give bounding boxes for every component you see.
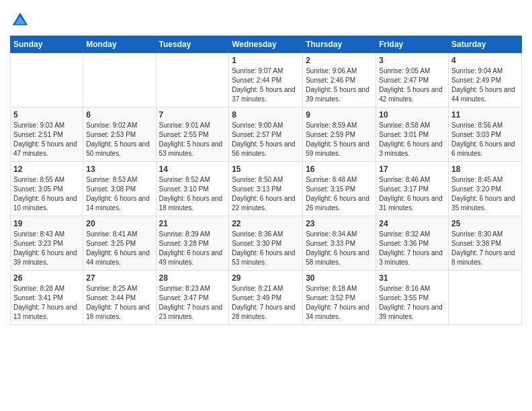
logo [10,10,33,30]
calendar-cell [449,271,522,325]
day-info: Sunrise: 9:00 AM Sunset: 2:57 PM Dayligh… [232,121,300,158]
day-info: Sunrise: 8:45 AM Sunset: 3:20 PM Dayligh… [451,175,519,213]
calendar-week-3: 12Sunrise: 8:55 AM Sunset: 3:05 PM Dayli… [11,162,522,216]
calendar-header-thursday: Thursday [303,36,376,53]
day-info: Sunrise: 8:28 AM Sunset: 3:41 PM Dayligh… [13,284,80,322]
day-number: 13 [86,165,152,174]
calendar-week-5: 26Sunrise: 8:28 AM Sunset: 3:41 PM Dayli… [11,271,522,325]
day-number: 1 [232,56,300,65]
day-number: 11 [451,110,519,120]
calendar-week-1: 1Sunrise: 9:07 AM Sunset: 2:44 PM Daylig… [11,53,522,107]
day-number: 14 [159,165,226,174]
calendar-cell: 18Sunrise: 8:45 AM Sunset: 3:20 PM Dayli… [449,162,522,216]
day-info: Sunrise: 8:43 AM Sunset: 3:23 PM Dayligh… [13,230,80,267]
day-number: 24 [379,219,445,228]
day-info: Sunrise: 8:59 AM Sunset: 2:59 PM Dayligh… [306,121,373,158]
calendar-cell: 19Sunrise: 8:43 AM Sunset: 3:23 PM Dayli… [11,216,83,271]
calendar-cell: 6Sunrise: 9:02 AM Sunset: 2:53 PM Daylig… [83,107,156,162]
day-info: Sunrise: 8:25 AM Sunset: 3:44 PM Dayligh… [86,284,152,322]
day-info: Sunrise: 9:07 AM Sunset: 2:44 PM Dayligh… [232,66,300,104]
calendar-header-saturday: Saturday [449,36,522,53]
day-number: 27 [86,273,152,283]
logo-icon [10,10,30,30]
calendar-header-friday: Friday [376,36,449,53]
calendar-cell: 3Sunrise: 9:05 AM Sunset: 2:47 PM Daylig… [376,53,449,107]
day-number: 4 [451,56,519,65]
calendar-cell: 5Sunrise: 9:03 AM Sunset: 2:51 PM Daylig… [11,107,83,162]
day-number: 23 [306,219,373,228]
day-number: 9 [306,110,373,120]
page-container: SundayMondayTuesdayWednesdayThursdayFrid… [0,0,532,335]
day-info: Sunrise: 8:23 AM Sunset: 3:47 PM Dayligh… [159,284,226,322]
calendar-week-4: 19Sunrise: 8:43 AM Sunset: 3:23 PM Dayli… [11,216,522,271]
day-number: 8 [232,110,300,120]
day-info: Sunrise: 8:41 AM Sunset: 3:25 PM Dayligh… [86,230,152,267]
calendar-header-sunday: Sunday [11,36,83,53]
calendar-cell: 23Sunrise: 8:34 AM Sunset: 3:33 PM Dayli… [303,216,376,271]
calendar-cell: 28Sunrise: 8:23 AM Sunset: 3:47 PM Dayli… [156,271,229,325]
day-info: Sunrise: 9:06 AM Sunset: 2:46 PM Dayligh… [306,66,373,104]
day-info: Sunrise: 8:55 AM Sunset: 3:05 PM Dayligh… [13,175,80,213]
day-number: 26 [13,273,80,283]
calendar-cell: 20Sunrise: 8:41 AM Sunset: 3:25 PM Dayli… [83,216,156,271]
calendar-cell: 21Sunrise: 8:39 AM Sunset: 3:28 PM Dayli… [156,216,229,271]
day-info: Sunrise: 8:46 AM Sunset: 3:17 PM Dayligh… [379,175,445,213]
calendar-week-2: 5Sunrise: 9:03 AM Sunset: 2:51 PM Daylig… [11,107,522,162]
calendar-cell: 1Sunrise: 9:07 AM Sunset: 2:44 PM Daylig… [229,53,303,107]
day-info: Sunrise: 8:18 AM Sunset: 3:52 PM Dayligh… [306,284,373,322]
calendar-cell: 29Sunrise: 8:21 AM Sunset: 3:49 PM Dayli… [229,271,303,325]
day-number: 28 [159,273,226,283]
calendar-cell: 12Sunrise: 8:55 AM Sunset: 3:05 PM Dayli… [11,162,83,216]
calendar-cell: 30Sunrise: 8:18 AM Sunset: 3:52 PM Dayli… [303,271,376,325]
calendar-cell: 26Sunrise: 8:28 AM Sunset: 3:41 PM Dayli… [11,271,83,325]
day-number: 29 [232,273,300,283]
day-info: Sunrise: 8:39 AM Sunset: 3:28 PM Dayligh… [159,230,226,267]
day-info: Sunrise: 8:21 AM Sunset: 3:49 PM Dayligh… [232,284,300,322]
day-info: Sunrise: 8:56 AM Sunset: 3:03 PM Dayligh… [451,121,519,158]
day-info: Sunrise: 9:04 AM Sunset: 2:49 PM Dayligh… [451,66,519,104]
day-number: 5 [13,110,80,120]
day-number: 2 [306,56,373,65]
calendar-cell: 31Sunrise: 8:16 AM Sunset: 3:55 PM Dayli… [376,271,449,325]
calendar-header-wednesday: Wednesday [229,36,303,53]
day-number: 30 [306,273,373,283]
day-number: 19 [13,219,80,228]
calendar-cell: 16Sunrise: 8:48 AM Sunset: 3:15 PM Dayli… [303,162,376,216]
calendar-header-monday: Monday [83,36,156,53]
calendar-cell: 2Sunrise: 9:06 AM Sunset: 2:46 PM Daylig… [303,53,376,107]
calendar-table: SundayMondayTuesdayWednesdayThursdayFrid… [10,36,522,325]
calendar-cell: 14Sunrise: 8:52 AM Sunset: 3:10 PM Dayli… [156,162,229,216]
day-number: 6 [86,110,152,120]
day-number: 15 [232,165,300,174]
day-number: 17 [379,165,445,174]
day-number: 31 [379,273,445,283]
day-number: 22 [232,219,300,228]
day-number: 3 [379,56,445,65]
calendar-cell: 17Sunrise: 8:46 AM Sunset: 3:17 PM Dayli… [376,162,449,216]
calendar-cell [11,53,83,107]
calendar-cell: 22Sunrise: 8:36 AM Sunset: 3:30 PM Dayli… [229,216,303,271]
calendar-cell: 27Sunrise: 8:25 AM Sunset: 3:44 PM Dayli… [83,271,156,325]
day-number: 20 [86,219,152,228]
day-info: Sunrise: 9:05 AM Sunset: 2:47 PM Dayligh… [379,66,445,104]
day-info: Sunrise: 8:53 AM Sunset: 3:08 PM Dayligh… [86,175,152,213]
calendar-header-row: SundayMondayTuesdayWednesdayThursdayFrid… [11,36,522,53]
day-info: Sunrise: 8:50 AM Sunset: 3:13 PM Dayligh… [232,175,300,213]
day-info: Sunrise: 8:36 AM Sunset: 3:30 PM Dayligh… [232,230,300,267]
calendar-cell: 24Sunrise: 8:32 AM Sunset: 3:36 PM Dayli… [376,216,449,271]
calendar-cell: 10Sunrise: 8:58 AM Sunset: 3:01 PM Dayli… [376,107,449,162]
day-number: 18 [451,165,519,174]
day-info: Sunrise: 8:16 AM Sunset: 3:55 PM Dayligh… [379,284,445,322]
day-number: 25 [451,219,519,228]
calendar-cell [156,53,229,107]
day-info: Sunrise: 8:48 AM Sunset: 3:15 PM Dayligh… [306,175,373,213]
day-number: 10 [379,110,445,120]
day-info: Sunrise: 9:02 AM Sunset: 2:53 PM Dayligh… [86,121,152,158]
calendar-cell: 11Sunrise: 8:56 AM Sunset: 3:03 PM Dayli… [449,107,522,162]
day-number: 16 [306,165,373,174]
calendar-cell [83,53,156,107]
day-info: Sunrise: 8:30 AM Sunset: 3:38 PM Dayligh… [451,230,519,267]
calendar-cell: 4Sunrise: 9:04 AM Sunset: 2:49 PM Daylig… [449,53,522,107]
day-info: Sunrise: 8:34 AM Sunset: 3:33 PM Dayligh… [306,230,373,267]
calendar-cell: 13Sunrise: 8:53 AM Sunset: 3:08 PM Dayli… [83,162,156,216]
